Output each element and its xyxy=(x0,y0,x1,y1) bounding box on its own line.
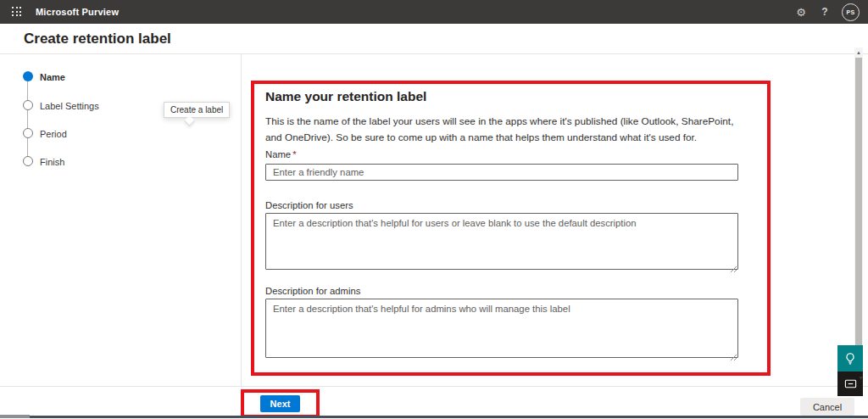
wizard-steps-panel: Name Label Settings Period Finish Create… xyxy=(0,54,242,386)
step-dot-label-settings[interactable] xyxy=(23,100,33,110)
window-bottom-edge-left xyxy=(0,415,30,418)
step-name[interactable]: Name xyxy=(40,72,65,82)
admins-desc-label: Description for admins xyxy=(265,286,360,296)
purview-window: Microsoft Purview ⚙ ? PS Create retentio… xyxy=(0,0,868,419)
step-dot-period[interactable] xyxy=(23,128,33,138)
settings-gear-icon[interactable]: ⚙ xyxy=(791,2,811,22)
name-input[interactable] xyxy=(265,164,738,181)
users-desc-label: Description for users xyxy=(265,200,353,210)
step-dot-finish[interactable] xyxy=(23,156,33,166)
help-icon[interactable]: ? xyxy=(815,2,835,22)
vertical-scrollbar[interactable]: ▲ xyxy=(854,47,863,386)
step-dot-name[interactable] xyxy=(23,71,33,81)
lightbulb-icon xyxy=(843,352,857,366)
step-connector-line xyxy=(27,76,28,161)
page-title: Create retention label xyxy=(24,31,171,47)
annotation-box-next: Next xyxy=(241,389,320,418)
create-a-label-tooltip: Create a label xyxy=(164,102,230,118)
form-description: This is the name of the label your users… xyxy=(265,114,742,145)
step-finish[interactable]: Finish xyxy=(40,157,64,167)
name-label-text: Name xyxy=(265,149,291,159)
help-lightbulb-button[interactable] xyxy=(837,345,863,372)
topbar-actions: ⚙ ? PS xyxy=(791,0,865,24)
app-launcher-icon[interactable] xyxy=(5,0,29,24)
user-avatar[interactable]: PS xyxy=(842,3,860,21)
cancel-button[interactable]: Cancel xyxy=(800,398,854,416)
next-button[interactable]: Next xyxy=(260,395,300,412)
app-title: Microsoft Purview xyxy=(36,7,119,17)
form-heading: Name your retention label xyxy=(265,89,426,104)
name-field-label: Name* xyxy=(265,149,297,159)
step-period[interactable]: Period xyxy=(40,129,67,139)
top-app-bar: Microsoft Purview ⚙ ? PS xyxy=(0,0,868,24)
waffle-grid-icon xyxy=(12,7,22,17)
admins-desc-textarea[interactable] xyxy=(265,299,738,358)
scrollbar-up-arrow-icon[interactable]: ▲ xyxy=(854,49,863,56)
scrollbar-thumb[interactable] xyxy=(855,58,862,346)
required-asterisk: * xyxy=(292,149,296,159)
page-header: Create retention label xyxy=(0,24,868,54)
feedback-chat-icon xyxy=(844,377,857,390)
users-desc-textarea[interactable] xyxy=(265,213,738,270)
window-bottom-edge xyxy=(30,416,868,418)
wizard-content-pane: Name your retention label This is the na… xyxy=(242,54,854,386)
step-label-settings[interactable]: Label Settings xyxy=(40,101,99,111)
wizard-footer: Next Cancel xyxy=(0,386,868,419)
feedback-dropdown-caret-icon[interactable]: ▼ xyxy=(858,375,864,381)
